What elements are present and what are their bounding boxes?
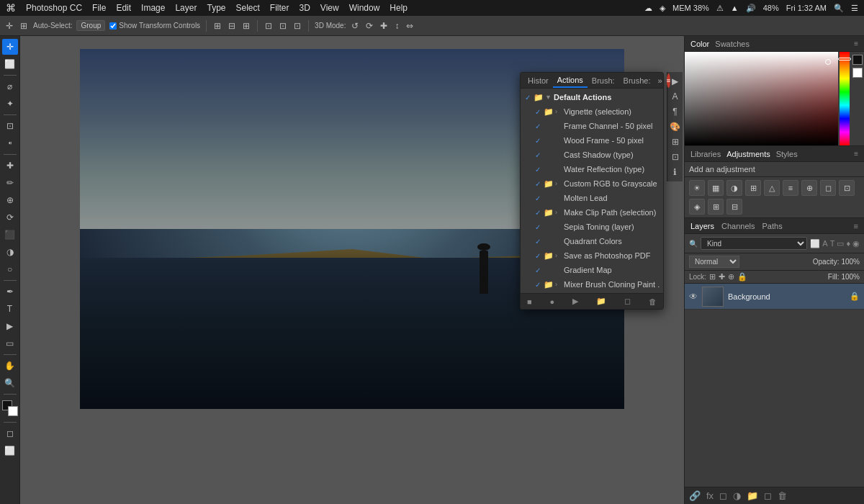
screen-mode-tool[interactable]: ⬜ xyxy=(2,443,18,459)
adj-curves[interactable]: ◑ xyxy=(726,180,742,196)
action-row-4[interactable]: ✓ Water Reflection (type) xyxy=(521,162,663,176)
tab-history[interactable]: Histor xyxy=(523,73,553,88)
default-actions-group[interactable]: ✓ 📁 ▼ Default Actions xyxy=(521,90,663,104)
gradient-tool[interactable]: ◑ xyxy=(2,244,18,260)
menu-select[interactable]: Select xyxy=(235,3,259,13)
adj-levels[interactable]: ▦ xyxy=(708,180,724,196)
lasso-tool[interactable]: ⌀ xyxy=(2,78,18,94)
shape-tool[interactable]: ▭ xyxy=(2,336,18,351)
menu-view[interactable]: View xyxy=(320,3,339,13)
tab-brushes[interactable]: Brushe: xyxy=(619,73,655,88)
menu-edit[interactable]: Edit xyxy=(116,3,131,13)
tab-actions[interactable]: Actions xyxy=(553,73,588,88)
adj-vibrance[interactable]: △ xyxy=(764,180,780,196)
filter-type-icon[interactable]: T xyxy=(830,239,835,248)
color-panel-collapse[interactable]: ≡ xyxy=(854,40,858,48)
spacing-icon[interactable]: ⊡ xyxy=(292,19,302,32)
show-transform-checkbox[interactable] xyxy=(109,22,117,30)
lock-pixels-icon[interactable]: ⊞ xyxy=(709,272,716,282)
new-layer-btn[interactable]: ◻ xyxy=(764,490,772,501)
menu-type[interactable]: Type xyxy=(207,3,225,13)
panel-menu-button[interactable]: ≡ xyxy=(667,73,670,88)
menu-file[interactable]: File xyxy=(92,3,106,13)
3d-slide-icon[interactable]: ↕ xyxy=(393,19,400,32)
quick-mask-tool[interactable]: ◻ xyxy=(2,426,18,441)
panel-btn-3[interactable]: ¶ xyxy=(671,105,678,118)
lock-position-icon[interactable]: ✚ xyxy=(719,272,725,282)
adj-hue[interactable]: ≡ xyxy=(783,180,798,196)
eyedropper-tool[interactable]: ⁌ xyxy=(2,135,18,151)
tab-brush[interactable]: Brush: xyxy=(588,73,619,88)
type-tool[interactable]: T xyxy=(2,301,18,317)
blend-mode-select[interactable]: Normal xyxy=(689,256,739,268)
zoom-tool[interactable]: 🔍 xyxy=(2,375,18,391)
3d-pan-icon[interactable]: ✚ xyxy=(379,19,389,32)
eraser-tool[interactable]: ⬛ xyxy=(2,227,18,243)
brush-tool[interactable]: ✏ xyxy=(2,175,18,191)
align-left-icon[interactable]: ⊞ xyxy=(212,19,222,32)
panel-btn-1[interactable]: ▶ xyxy=(670,75,680,88)
filter-toggle[interactable]: ◉ xyxy=(852,239,860,248)
link-layers-btn[interactable]: 🔗 xyxy=(689,490,701,501)
3d-roll-icon[interactable]: ⟳ xyxy=(364,19,374,32)
layer-row-background[interactable]: 👁 Background 🔒 xyxy=(685,284,864,310)
adj-invert[interactable]: ⊞ xyxy=(708,199,724,215)
notification-icon[interactable]: ☰ xyxy=(851,4,858,13)
action-row-6[interactable]: ✓ Molten Lead xyxy=(521,191,663,205)
layers-panel-menu[interactable]: ≡ xyxy=(854,222,858,230)
menu-filter[interactable]: Filter xyxy=(270,3,289,13)
panel-btn-info[interactable]: ℹ xyxy=(672,166,678,179)
add-mask-btn[interactable]: ◻ xyxy=(719,490,727,501)
filter-smart-icon[interactable]: ♦ xyxy=(846,239,850,248)
panel-btn-2[interactable]: A xyxy=(670,90,679,103)
menu-3d[interactable]: 3D xyxy=(300,3,310,13)
3d-scale-icon[interactable]: ⇔ xyxy=(405,19,415,32)
color-hue-bar[interactable] xyxy=(840,52,850,145)
new-fill-btn[interactable]: ◑ xyxy=(733,490,741,501)
action-row-7[interactable]: ✓ 📁 › Make Clip Path (selection) xyxy=(521,205,663,220)
search-icon[interactable]: 🔍 xyxy=(834,4,844,13)
menu-image[interactable]: Image xyxy=(141,3,165,13)
align-right-icon[interactable]: ⊞ xyxy=(241,19,251,32)
pen-tool[interactable]: ✒ xyxy=(2,284,18,300)
tab-swatches[interactable]: Swatches xyxy=(715,40,750,48)
3d-rotate-icon[interactable]: ↺ xyxy=(350,19,360,32)
hand-tool[interactable]: ✋ xyxy=(2,358,18,374)
distribute-icon[interactable]: ⊡ xyxy=(264,19,274,32)
adj-exposure[interactable]: ⊞ xyxy=(745,180,761,196)
actions-new-set-btn[interactable]: 📁 xyxy=(594,296,608,307)
move-tool[interactable]: ✛ xyxy=(2,39,18,55)
color-swatches[interactable] xyxy=(2,400,18,416)
apple-menu[interactable]: ⌘ xyxy=(6,2,16,14)
quick-select-tool[interactable]: ✦ xyxy=(2,96,18,112)
panel-tab-more[interactable]: » xyxy=(655,76,665,85)
tab-libraries[interactable]: Libraries xyxy=(690,150,721,158)
action-row-2[interactable]: ✓ Wood Frame - 50 pixel xyxy=(521,133,663,148)
lock-artboards-icon[interactable]: ⊕ xyxy=(728,272,734,282)
transform-icon[interactable]: ⊞ xyxy=(19,19,29,32)
panel-btn-color[interactable]: 🎨 xyxy=(668,120,682,133)
tab-layers[interactable]: Layers xyxy=(690,222,714,230)
action-row-1[interactable]: ✓ Frame Channel - 50 pixel xyxy=(521,119,663,133)
actions-delete-btn[interactable]: 🗑 xyxy=(647,297,659,307)
menu-photoshop[interactable]: Photoshop CC xyxy=(26,3,82,13)
adj-colorlookup[interactable]: ◈ xyxy=(689,199,705,215)
filter-shape-icon[interactable]: ▭ xyxy=(837,239,844,248)
path-select-tool[interactable]: ▶ xyxy=(2,318,18,334)
arrange-icon[interactable]: ⊡ xyxy=(278,19,288,32)
crop-tool[interactable]: ⊡ xyxy=(2,118,18,134)
action-row-11[interactable]: ✓ Gradient Map xyxy=(521,263,663,277)
action-row-12[interactable]: ✓ 📁 › Mixer Brush Cloning Paint ... xyxy=(521,277,663,292)
action-row-0[interactable]: ✓ 📁 › Vignette (selection) xyxy=(521,104,663,119)
dodge-tool[interactable]: ○ xyxy=(2,261,18,277)
fill-value-display[interactable]: 100% xyxy=(841,273,860,281)
adj-channelmixer[interactable]: ⊡ xyxy=(839,180,855,196)
actions-stop-btn[interactable]: ■ xyxy=(525,297,534,307)
tab-styles[interactable]: Styles xyxy=(776,150,798,158)
fg-swatch-small[interactable] xyxy=(852,55,863,65)
filter-adjustment-icon[interactable]: A xyxy=(822,239,827,248)
marquee-tool[interactable]: ⬜ xyxy=(2,56,18,72)
action-row-9[interactable]: ✓ Quadrant Colors xyxy=(521,234,663,248)
layers-kind-select[interactable]: Kind xyxy=(701,237,807,250)
panel-btn-5[interactable]: ⊞ xyxy=(670,135,680,148)
